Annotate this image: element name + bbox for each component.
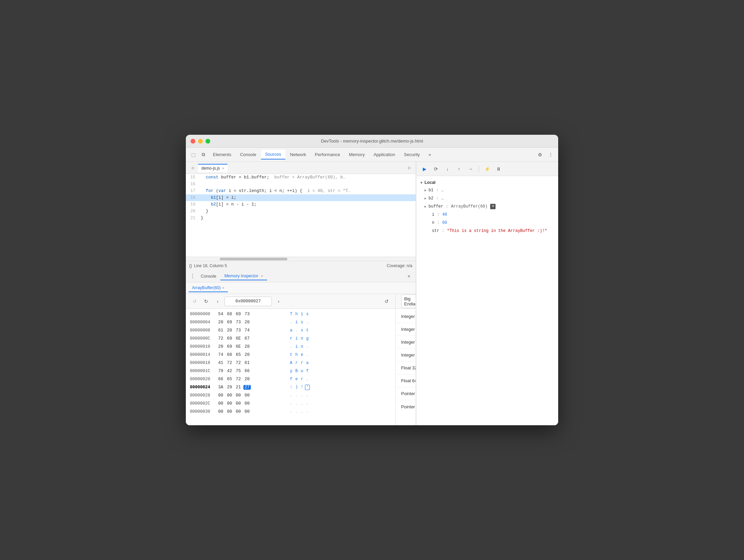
var-b1-arrow[interactable]: ▶	[424, 188, 426, 193]
debug-deactivate-btn[interactable]: ⚡	[482, 164, 492, 174]
hex-byte-00000030-2[interactable]: 00	[235, 409, 242, 414]
debug-resume-btn[interactable]: ▶	[420, 164, 429, 174]
tab-more[interactable]: »	[424, 150, 435, 159]
hex-char-00000018-1[interactable]: r	[294, 361, 299, 365]
hex-char-00000010-0[interactable]: .	[289, 344, 293, 349]
hex-byte-00000018-2[interactable]: 72	[235, 361, 242, 365]
hex-char-00000014-3[interactable]: .	[305, 352, 310, 357]
debug-step-out-btn[interactable]: ↑	[454, 164, 464, 174]
hex-byte-00000010-3[interactable]: 20	[243, 344, 251, 349]
hex-byte-00000024-2[interactable]: 21	[235, 385, 242, 390]
hex-char-00000028-2[interactable]: .	[300, 393, 304, 398]
hex-byte-0000000c-0[interactable]: 72	[217, 336, 224, 341]
hex-char-0000000c-2[interactable]: n	[300, 336, 304, 341]
hex-char-00000004-0[interactable]: .	[289, 320, 293, 325]
hex-char-00000004-3[interactable]: .	[305, 320, 310, 325]
hex-char-00000014-2[interactable]: e	[300, 352, 304, 357]
hex-byte-0000001c-3[interactable]: 66	[243, 369, 251, 373]
hex-byte-00000024-0[interactable]: 3A	[217, 385, 224, 390]
hex-byte-0000000c-3[interactable]: 67	[243, 336, 251, 341]
hex-char-0000001c-2[interactable]: u	[300, 369, 304, 373]
memory-inspector-close[interactable]: ×	[261, 274, 263, 278]
buffer-memory-badge[interactable]: ⊞	[490, 204, 496, 209]
device-toggle-btn[interactable]: ⧉	[199, 150, 208, 159]
hex-undo-btn[interactable]: ↺	[190, 297, 199, 306]
arraybuffer-tab[interactable]: ArrayBuffer(60) ×	[189, 284, 228, 292]
hex-char-00000010-1[interactable]: i	[294, 344, 299, 349]
hex-char-00000010-2[interactable]: n	[300, 344, 304, 349]
hex-byte-00000008-0[interactable]: 61	[217, 328, 224, 333]
debug-step-into-btn[interactable]: ↓	[443, 164, 452, 174]
hex-char-00000008-3[interactable]: t	[305, 328, 310, 333]
hex-char-0000002c-2[interactable]: .	[300, 401, 304, 406]
horizontal-scrollbar[interactable]	[186, 257, 416, 261]
tab-console[interactable]: Console	[236, 150, 260, 159]
hex-char-00000030-2[interactable]: .	[300, 409, 304, 414]
hex-char-00000000-1[interactable]: h	[294, 312, 299, 317]
hex-char-00000030-0[interactable]: .	[289, 409, 293, 414]
hex-byte-00000028-1[interactable]: 00	[226, 393, 233, 398]
hex-byte-0000000c-2[interactable]: 6E	[235, 336, 242, 341]
hex-char-00000028-1[interactable]: .	[294, 393, 299, 398]
hex-byte-00000014-0[interactable]: 74	[217, 352, 224, 357]
hex-byte-00000018-0[interactable]: 41	[217, 361, 224, 365]
file-tab-demo-js[interactable]: demo-js.js ×	[198, 164, 227, 172]
hex-char-0000000c-3[interactable]: g	[305, 336, 310, 341]
hex-next-btn[interactable]: ›	[274, 297, 283, 306]
hex-char-00000018-0[interactable]: A	[289, 361, 293, 365]
hex-char-00000024-1[interactable]: )	[294, 385, 299, 390]
hex-byte-00000020-2[interactable]: 72	[235, 377, 242, 382]
hex-char-0000002c-3[interactable]: .	[305, 401, 310, 406]
scrollbar-thumb[interactable]	[220, 258, 287, 260]
hex-char-00000018-2[interactable]: r	[300, 361, 304, 365]
hex-address-input[interactable]	[224, 297, 272, 306]
hex-byte-00000008-1[interactable]: 20	[226, 328, 233, 333]
tab-application[interactable]: Application	[370, 150, 399, 159]
hex-char-00000020-1[interactable]: e	[294, 377, 299, 382]
close-button[interactable]	[191, 139, 195, 144]
hex-char-00000008-2[interactable]: s	[300, 328, 304, 333]
hex-byte-00000028-2[interactable]: 00	[235, 393, 242, 398]
hex-char-00000020-2[interactable]: r	[300, 377, 304, 382]
arraybuffer-tab-close[interactable]: ×	[222, 286, 224, 290]
hex-byte-00000024-1[interactable]: 29	[226, 385, 233, 390]
hex-byte-00000030-1[interactable]: 00	[226, 409, 233, 414]
file-nav-btn[interactable]: ▷	[189, 163, 198, 173]
hex-byte-0000002c-3[interactable]: 00	[243, 401, 251, 406]
file-tab-close[interactable]: ×	[222, 166, 224, 170]
minimize-button[interactable]	[198, 139, 203, 144]
hex-char-0000001c-1[interactable]: B	[294, 369, 299, 373]
hex-char-00000018-3[interactable]: a	[305, 361, 310, 365]
debug-step-over-btn[interactable]: ⟳	[431, 164, 441, 174]
tab-memory[interactable]: Memory	[345, 150, 369, 159]
hex-byte-0000002c-2[interactable]: 00	[235, 401, 242, 406]
tab-performance[interactable]: Performance	[311, 150, 344, 159]
hex-char-00000030-1[interactable]: .	[294, 409, 299, 414]
hex-byte-00000018-1[interactable]: 72	[226, 361, 233, 365]
hex-byte-00000010-0[interactable]: 20	[217, 344, 224, 349]
tab-memory-inspector[interactable]: Memory Inspector ×	[220, 272, 267, 280]
hex-char-00000030-3[interactable]: .	[305, 409, 310, 414]
tab-sources[interactable]: Sources	[261, 150, 285, 159]
hex-byte-00000020-1[interactable]: 65	[226, 377, 233, 382]
hex-byte-00000004-3[interactable]: 20	[243, 320, 251, 325]
hex-byte-00000000-1[interactable]: 68	[226, 312, 233, 317]
hex-byte-0000001c-2[interactable]: 75	[235, 369, 242, 373]
hex-char-0000002c-0[interactable]: .	[289, 401, 293, 406]
var-buffer-arrow[interactable]: ▶	[424, 204, 426, 209]
hex-byte-00000018-3[interactable]: 61	[243, 361, 251, 365]
tab-elements[interactable]: Elements	[209, 150, 235, 159]
hex-char-00000014-0[interactable]: t	[289, 352, 293, 357]
hex-char-00000004-2[interactable]: s	[300, 320, 304, 325]
hex-refresh-btn[interactable]: ↺	[382, 297, 391, 306]
code-editor[interactable]: 15 const buffer = b1.buffer; buffer = Ar…	[186, 174, 416, 257]
hex-byte-0000000c-1[interactable]: 69	[226, 336, 233, 341]
tab-console-bottom[interactable]: Console	[197, 273, 220, 280]
hex-byte-00000028-0[interactable]: 00	[217, 393, 224, 398]
hex-char-00000014-1[interactable]: h	[294, 352, 299, 357]
debug-step-btn[interactable]: →	[466, 164, 475, 174]
hex-char-00000008-0[interactable]: a	[289, 328, 293, 333]
hex-byte-00000020-3[interactable]: 20	[243, 377, 251, 382]
hex-byte-00000000-2[interactable]: 69	[235, 312, 242, 317]
hex-char-00000028-3[interactable]: .	[305, 393, 310, 398]
